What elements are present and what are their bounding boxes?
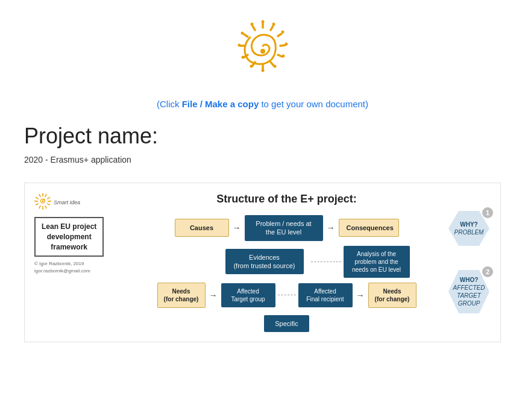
brand-name: Smart Idea xyxy=(54,199,80,205)
partial-row: Specific xyxy=(131,313,442,332)
badge-number-2: 2 xyxy=(482,266,493,277)
svg-point-12 xyxy=(261,20,264,24)
affected-final-box: AffectedFinal recipient xyxy=(298,283,353,307)
who-badge: WHO? AFFECTEDTARGETGROUP xyxy=(448,270,489,313)
affected-label: AFFECTEDTARGETGROUP xyxy=(453,284,485,307)
needs2-box: Needs(for change) xyxy=(368,283,417,308)
svg-line-30 xyxy=(45,205,46,207)
svg-line-4 xyxy=(278,55,282,57)
needs1-box: Needs(for change) xyxy=(157,283,206,308)
svg-line-11 xyxy=(253,26,255,30)
svg-point-18 xyxy=(261,69,264,72)
badge-1: WHY? PROBLEM 1 xyxy=(448,211,489,246)
flow-row-2: Evidences(from trusted source) Analysis … xyxy=(131,246,442,278)
diagram-inner: Smart Idea Lean EU project development f… xyxy=(34,193,491,332)
svg-point-47 xyxy=(36,197,37,198)
who-label: WHO? xyxy=(460,276,479,284)
svg-point-44 xyxy=(39,207,40,208)
diagram-container: Smart Idea Lean EU project development f… xyxy=(24,183,501,342)
brand-logo: Smart Idea xyxy=(34,193,80,212)
page-container: (Click File / Make a copy to get your ow… xyxy=(0,0,525,354)
copyright-line2: igor.razbornik@gmail.com xyxy=(34,268,90,274)
svg-line-36 xyxy=(39,195,40,197)
affected-target-box: AffectedTarget group xyxy=(221,283,275,307)
flow-row-3: Needs(for change) → AffectedTarget group… xyxy=(131,283,442,308)
sun-icon xyxy=(230,18,296,87)
flow-row-1: Causes → Problem / needs at the EU level… xyxy=(131,215,442,241)
instruction-prefix: (Click xyxy=(157,99,182,109)
project-name-heading: Project name: xyxy=(24,124,501,149)
lean-line1: Lean EU project xyxy=(42,222,96,231)
svg-point-20 xyxy=(241,56,244,59)
why-label: WHY? xyxy=(460,221,477,228)
specific-box: Specific xyxy=(264,315,309,332)
svg-point-41 xyxy=(49,204,50,205)
svg-point-45 xyxy=(36,204,37,205)
svg-line-26 xyxy=(45,195,46,197)
svg-point-21 xyxy=(237,44,240,47)
svg-point-38 xyxy=(46,194,47,195)
svg-line-3 xyxy=(280,45,285,46)
arrow-1: → xyxy=(231,223,242,233)
svg-line-2 xyxy=(278,34,281,36)
lean-line2: development xyxy=(47,233,92,241)
svg-point-42 xyxy=(46,207,47,208)
svg-line-29 xyxy=(47,204,49,205)
project-sub: 2020 - Erasmus+ application xyxy=(24,155,501,165)
svg-point-22 xyxy=(240,32,244,35)
arrow-4: → xyxy=(355,290,366,300)
svg-point-46 xyxy=(34,201,36,202)
svg-point-14 xyxy=(281,31,284,34)
analysis-box: Analysis of theproblem and theneeds on E… xyxy=(344,246,410,278)
causes-box: Causes xyxy=(175,219,229,237)
svg-point-43 xyxy=(42,208,43,210)
svg-point-37 xyxy=(42,193,43,194)
lean-box: Lean EU project development framework xyxy=(34,217,104,257)
mini-sun-icon xyxy=(34,193,51,212)
arrow-3: → xyxy=(208,290,219,300)
consequences-box: Consequences xyxy=(339,219,399,237)
svg-line-27 xyxy=(47,198,49,199)
svg-line-1 xyxy=(271,26,273,30)
brand-panel: Smart Idea Lean EU project development f… xyxy=(34,193,131,332)
svg-line-35 xyxy=(37,198,39,199)
brand-copyright: © Igor Razbornik, 2019 igor.razbornik@gm… xyxy=(34,260,90,274)
lean-line3: framework xyxy=(51,243,87,251)
instruction-suffix: to get your own document) xyxy=(259,99,368,109)
svg-line-5 xyxy=(271,62,274,66)
svg-point-13 xyxy=(272,23,275,26)
svg-point-16 xyxy=(281,55,285,58)
svg-point-15 xyxy=(285,43,288,46)
badge-number-1: 1 xyxy=(482,207,493,218)
svg-point-40 xyxy=(50,201,51,202)
instruction-bold: File / Make a copy xyxy=(182,99,259,109)
svg-point-48 xyxy=(39,194,40,195)
arrow-2: → xyxy=(325,223,336,233)
svg-point-17 xyxy=(273,65,276,68)
evidences-box: Evidences(from trusted source) xyxy=(225,249,304,275)
svg-line-33 xyxy=(37,204,39,205)
flow-diagram: Causes → Problem / needs at the EU level… xyxy=(131,215,442,332)
svg-point-19 xyxy=(250,65,253,68)
svg-point-24 xyxy=(260,49,265,54)
problem-box: Problem / needs at the EU level xyxy=(245,215,323,241)
logo-area xyxy=(24,18,501,87)
copyright-line1: © Igor Razbornik, 2019 xyxy=(34,260,90,267)
svg-point-49 xyxy=(42,201,44,202)
click-instruction: (Click File / Make a copy to get your ow… xyxy=(24,99,501,109)
svg-point-23 xyxy=(250,23,253,26)
badge-2: WHO? AFFECTEDTARGETGROUP 2 xyxy=(448,270,489,313)
svg-point-39 xyxy=(49,197,50,198)
diagram-main: Structure of the E+ project: Causes → Pr… xyxy=(131,193,442,332)
right-panel: WHY? PROBLEM 1 WHO? AFFECTEDTARGETGROUP … xyxy=(442,193,491,332)
dotted-2 xyxy=(278,295,296,295)
dotted-connector xyxy=(311,262,341,262)
svg-line-10 xyxy=(244,34,248,37)
diagram-title: Structure of the E+ project: xyxy=(131,193,442,205)
svg-line-32 xyxy=(39,205,40,207)
problem-label: PROBLEM xyxy=(454,228,484,236)
